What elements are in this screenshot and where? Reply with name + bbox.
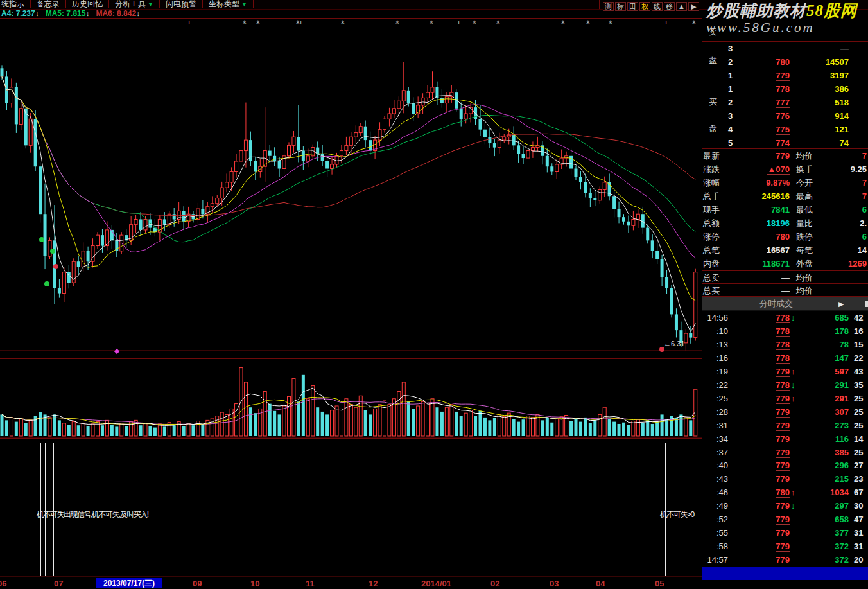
selected-date-badge[interactable]: 2013/07/17(三) [96,578,162,588]
stat-label: 涨停 [703,230,720,243]
buy-price[interactable]: 776 [738,109,790,123]
tick-row[interactable] [702,351,868,365]
stat-value: 7 [828,149,867,163]
stat-label: 总笔 [703,243,720,257]
stock-terminal-window: 统指示备忘录历史回忆分析工具▼闪电预警坐标类型▼ 测标田权线移▲▶ 炒股輔助教材… [0,0,868,589]
indicator-value-1: A4: 7.237↓ [1,9,39,18]
tick-row[interactable] [702,526,868,540]
tick-list-title: 分时成交 [702,297,850,310]
stat-value: 245616 [725,189,790,203]
toolbar-button-2[interactable]: 标 [615,2,626,11]
buy-level: 5 [728,136,733,150]
star-marker-icon: ✳ [560,19,566,26]
sell-side-label: 盘 [709,53,717,67]
chevron-down-icon: ▼ [148,1,153,8]
sell-price: — [738,42,790,55]
date-axis[interactable]: 2013/07/17(三) 0607091011122014/010203040… [0,577,702,589]
tick-row[interactable] [702,432,868,446]
total-label: 均价 [796,284,813,297]
stat-value: 7841 [725,203,790,216]
toolbar-button-3[interactable]: 田 [627,2,638,11]
axis-label-03: 03 [550,579,559,588]
sell-level: 3 [728,42,733,55]
menu-item-1[interactable]: 统指示 [0,0,31,8]
buy-volume: 518 [791,96,849,109]
stat-value: 779 [725,149,790,163]
tick-row[interactable] [702,311,868,324]
buy-price[interactable]: 778 [738,82,790,96]
watermark-url: www.58Gu.com [706,20,868,36]
stat-value: 7 [828,189,867,203]
stat-value: 9.87% [725,176,790,189]
tick-list-header[interactable]: 分时成交 ▶ [702,297,868,311]
tick-row[interactable] [702,459,868,472]
star-marker-icon: ✳ [429,19,434,26]
low-price-marker: ←6.31 [664,340,684,347]
panel-vline [725,19,725,148]
menu-item-4[interactable]: 分析工具▼ [109,0,160,8]
indicator-value-2: MA5: 7.815↓ [46,9,90,18]
toolbar-button-6[interactable]: 移 [664,2,675,11]
stat-value: 18196 [725,216,790,230]
stat-value: 16567 [725,243,790,257]
sell-level: 1 [728,69,733,82]
toolbar-button-1[interactable]: 测 [603,2,614,11]
buy-price[interactable]: 775 [738,123,790,136]
stat-label: 每笔 [796,243,813,257]
underlined-value: ▲070 [767,164,790,175]
sell-price[interactable]: 780 [738,55,790,69]
axis-label-04: 04 [596,579,605,588]
menubar: 统指示备忘录历史回忆分析工具▼闪电预警坐标类型▼ [0,0,868,10]
star-marker-icon: ✳ [496,19,501,26]
toolbar-button-4[interactable]: 权 [639,2,650,11]
stat-value: ▲070 [725,163,790,176]
panel-hline [702,82,868,82]
kline-chart[interactable] [0,18,702,351]
signal-dot [44,281,49,286]
tick-row[interactable] [702,513,868,526]
tick-row[interactable] [702,392,868,405]
tick-row[interactable] [702,553,868,567]
stat-label: 涨跌 [703,163,720,176]
stat-value: 7 [828,176,867,189]
stat-label: 外盘 [796,257,813,270]
sell-price[interactable]: 779 [738,69,790,82]
underlined-value: 778 [776,84,790,94]
buy-volume: 121 [791,123,849,136]
toolbar-button-7[interactable]: ▲ [676,2,687,11]
tick-row[interactable] [702,324,868,338]
tick-row[interactable] [702,405,868,419]
buy-side-label: 买 [709,95,717,109]
buy-price[interactable]: 774 [738,136,790,150]
buy-volume: 386 [791,82,849,96]
tick-row[interactable] [702,567,868,580]
menu-item-3[interactable]: 历史回忆 [66,0,109,8]
signal-dot [659,347,664,352]
sell-volume: — [791,42,849,55]
tick-row[interactable] [702,472,868,486]
signal-pane[interactable] [0,438,702,577]
menu-item-6[interactable]: 坐标类型▼ [203,0,254,8]
buy-price[interactable]: 777 [738,96,790,109]
tick-row[interactable] [702,338,868,351]
expand-arrow-icon[interactable]: ▶ [838,297,844,310]
volume-chart[interactable] [0,359,702,438]
total-label: 均价 [796,271,813,285]
toolbar-button-8[interactable]: ▶ [688,2,699,11]
panel-hline [702,270,868,271]
tick-row[interactable] [702,365,868,378]
tick-row[interactable] [702,540,868,553]
menu-item-2[interactable]: 备忘录 [31,0,66,8]
tick-row[interactable] [702,419,868,432]
toolbar-button-5[interactable]: 线 [652,2,663,11]
menu-item-5[interactable]: 闪电预警 [160,0,203,8]
tick-row[interactable] [702,486,868,499]
panel-hline [702,296,868,297]
tick-row[interactable] [702,378,868,392]
star-marker-icon: ✳ [395,19,400,26]
underlined-value: 780 [776,232,790,242]
star-marker-icon: ✳ [242,19,247,26]
underlined-value: 777 [776,98,790,108]
tick-row[interactable] [702,499,868,513]
tick-row[interactable] [702,446,868,459]
